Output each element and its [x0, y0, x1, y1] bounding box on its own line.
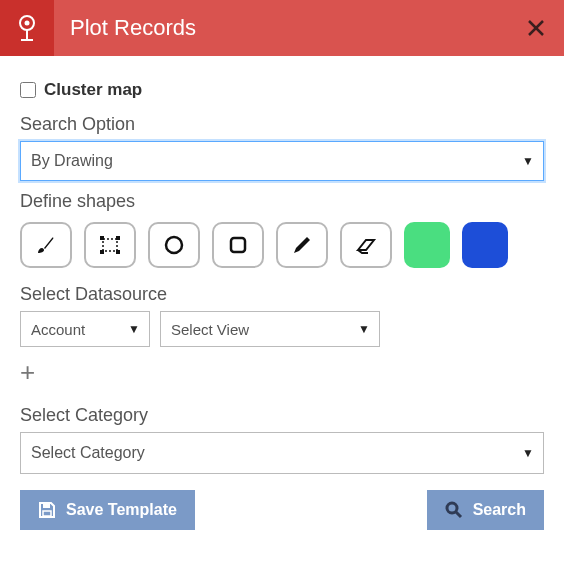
- category-value: Select Category: [31, 444, 145, 462]
- body: Cluster map Search Option By Drawing ▼ D…: [0, 56, 564, 550]
- svg-line-16: [456, 512, 461, 517]
- circle-icon: [162, 233, 186, 257]
- svg-point-1: [25, 21, 30, 26]
- save-template-label: Save Template: [66, 501, 177, 519]
- color-swatch-2[interactable]: [462, 222, 508, 268]
- save-icon: [38, 501, 56, 519]
- svg-rect-10: [116, 250, 120, 254]
- datasource-view-select[interactable]: Select View: [160, 311, 380, 347]
- datasource-view-value: Select View: [171, 321, 249, 338]
- datasource-view-wrap: Select View ▼: [160, 311, 380, 347]
- datasource-row: Account ▼ Select View ▼: [20, 311, 544, 347]
- svg-rect-13: [43, 503, 50, 508]
- color-swatch-1[interactable]: [404, 222, 450, 268]
- square-icon: [226, 233, 250, 257]
- pencil-tool-button[interactable]: [276, 222, 328, 268]
- search-option-select[interactable]: By Drawing: [20, 141, 544, 181]
- svg-point-15: [447, 503, 457, 513]
- search-button[interactable]: Search: [427, 490, 544, 530]
- plus-icon: +: [20, 357, 35, 387]
- category-select-wrap: Select Category ▼: [20, 432, 544, 474]
- add-datasource-button[interactable]: +: [20, 359, 35, 385]
- define-shapes-label: Define shapes: [20, 191, 544, 212]
- button-row: Save Template Search: [20, 490, 544, 530]
- search-option-value: By Drawing: [31, 152, 113, 170]
- select-category-label: Select Category: [20, 405, 544, 426]
- search-option-select-wrap: By Drawing ▼: [20, 141, 544, 181]
- header-app-icon: [0, 0, 54, 56]
- save-template-button[interactable]: Save Template: [20, 490, 195, 530]
- select-datasource-label: Select Datasource: [20, 284, 544, 305]
- datasource-entity-value: Account: [31, 321, 85, 338]
- cluster-map-row: Cluster map: [20, 80, 544, 100]
- datasource-entity-select[interactable]: Account: [20, 311, 150, 347]
- close-icon: [526, 18, 546, 38]
- search-icon: [445, 501, 463, 519]
- svg-point-11: [166, 237, 182, 253]
- svg-rect-7: [100, 236, 104, 240]
- circle-tool-button[interactable]: [148, 222, 200, 268]
- transform-tool-button[interactable]: [84, 222, 136, 268]
- header-title: Plot Records: [54, 0, 508, 56]
- svg-rect-14: [43, 511, 51, 516]
- svg-rect-8: [116, 236, 120, 240]
- svg-rect-12: [231, 238, 245, 252]
- svg-rect-6: [103, 239, 117, 251]
- category-select[interactable]: Select Category: [20, 432, 544, 474]
- header: Plot Records: [0, 0, 564, 56]
- eraser-icon: [353, 233, 379, 257]
- svg-rect-9: [100, 250, 104, 254]
- brush-icon: [34, 233, 58, 257]
- close-button[interactable]: [508, 0, 564, 56]
- transform-icon: [97, 233, 123, 257]
- map-pin-icon: [16, 14, 38, 42]
- search-option-label: Search Option: [20, 114, 544, 135]
- search-button-label: Search: [473, 501, 526, 519]
- cluster-map-checkbox[interactable]: [20, 82, 36, 98]
- brush-tool-button[interactable]: [20, 222, 72, 268]
- shape-tools-row: [20, 222, 544, 268]
- eraser-tool-button[interactable]: [340, 222, 392, 268]
- cluster-map-label: Cluster map: [44, 80, 142, 100]
- datasource-entity-wrap: Account ▼: [20, 311, 150, 347]
- square-tool-button[interactable]: [212, 222, 264, 268]
- pencil-icon: [290, 233, 314, 257]
